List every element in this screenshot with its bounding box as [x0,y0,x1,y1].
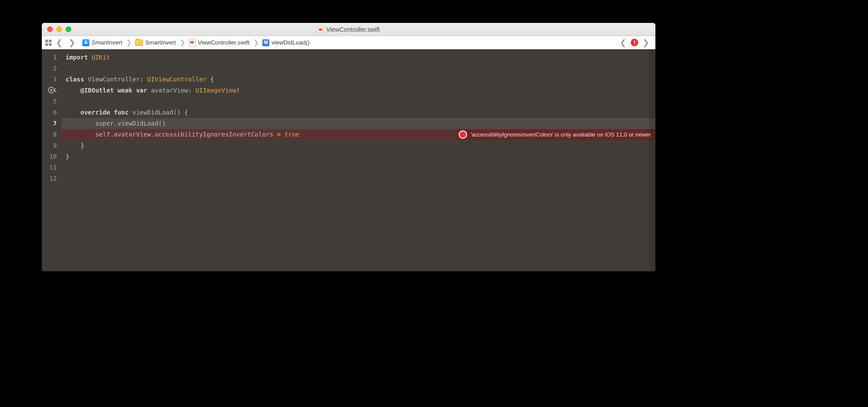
code-line: override func viewDidLoad() { [61,107,655,118]
chevron-right-icon: ❯ [125,38,132,47]
scrollbar[interactable] [649,49,655,271]
close-window-button[interactable] [47,26,53,32]
code-area[interactable]: import UIKit class ViewController: UIVie… [61,49,655,271]
xcode-window: ViewController.swift ❮ ❯ A SmartInvert ❯… [42,23,655,271]
line-number: 8 [42,129,57,140]
minimize-window-button[interactable] [56,26,62,32]
jump-bar: ❮ ❯ A SmartInvert ❯ SmartInvert ❯ ViewCo… [42,36,655,49]
zoom-window-button[interactable] [66,26,71,32]
swift-file-icon [189,39,196,47]
breadcrumb-file-label: ViewController.swift [198,39,250,46]
line-number: 9 [42,140,57,151]
line-number: 7 [42,118,57,129]
breadcrumb: A SmartInvert ❯ SmartInvert ❯ ViewContro… [81,38,310,47]
jump-bar-left: ❮ ❯ A SmartInvert ❯ SmartInvert ❯ ViewCo… [42,38,310,48]
breadcrumb-project[interactable]: A SmartInvert [81,39,123,46]
line-number: 5 [42,96,57,107]
window-title: ViewController.swift [42,26,655,33]
chevron-right-icon: ❯ [252,38,260,47]
error-badge-text: ! [634,40,636,46]
code-line [61,173,655,184]
back-button[interactable]: ❮ [54,38,64,48]
swift-file-icon [317,26,324,33]
breadcrumb-method-label: viewDidLoad() [272,39,309,46]
line-number: 2 [42,63,57,74]
project-icon: A [82,39,89,46]
code-line: self.avatarView.accessibilityIgnoresInve… [61,129,655,140]
breadcrumb-method[interactable]: M viewDidLoad() [261,39,310,46]
code-line [61,162,655,173]
line-number: 12 [42,173,57,184]
code-line: class ViewController: UIViewController { [61,74,655,85]
source-editor[interactable]: 1 2 3 4 5 6 7 8 9 10 11 12 import UIKit … [42,49,655,271]
line-number-gutter[interactable]: 1 2 3 4 5 6 7 8 9 10 11 12 [42,49,61,271]
inline-error[interactable]: 'accessibilityIgnoresInvertColors' is on… [456,129,655,140]
inline-error-message: 'accessibilityIgnoresInvertColors' is on… [471,129,651,140]
method-icon: M [262,39,269,46]
code-line [61,63,655,74]
line-number: 1 [42,52,57,63]
code-line [61,96,655,107]
chevron-right-icon: ❯ [179,38,186,47]
code-line: } [61,151,655,162]
error-icon [459,130,467,139]
line-number: 6 [42,107,57,118]
line-number: 11 [42,162,57,173]
jump-bar-right: ❮ ! ❯ [618,38,655,48]
code-line: super.viewDidLoad() [61,118,655,129]
forward-button[interactable]: ❯ [67,38,77,48]
title-bar: ViewController.swift [42,23,655,36]
breadcrumb-folder[interactable]: SmartInvert [134,39,177,46]
line-number: 3 [42,74,57,85]
code-line: @IBOutlet weak var avatarView: UIImageVi… [61,85,655,96]
window-title-text: ViewController.swift [326,26,380,33]
breadcrumb-file[interactable]: ViewController.swift [188,39,251,47]
prev-issue-button[interactable]: ❮ [618,38,628,48]
traffic-lights [42,26,71,32]
code-line: } [61,140,655,151]
outlet-connection-icon[interactable] [48,87,55,93]
folder-icon [135,40,143,46]
line-number: 10 [42,151,57,162]
code-line: import UIKit [61,52,655,63]
related-items-icon[interactable] [45,40,51,46]
error-indicator[interactable]: ! [631,39,638,46]
breadcrumb-folder-label: SmartInvert [145,39,176,46]
next-issue-button[interactable]: ❯ [641,38,651,48]
breadcrumb-project-label: SmartInvert [92,39,122,46]
